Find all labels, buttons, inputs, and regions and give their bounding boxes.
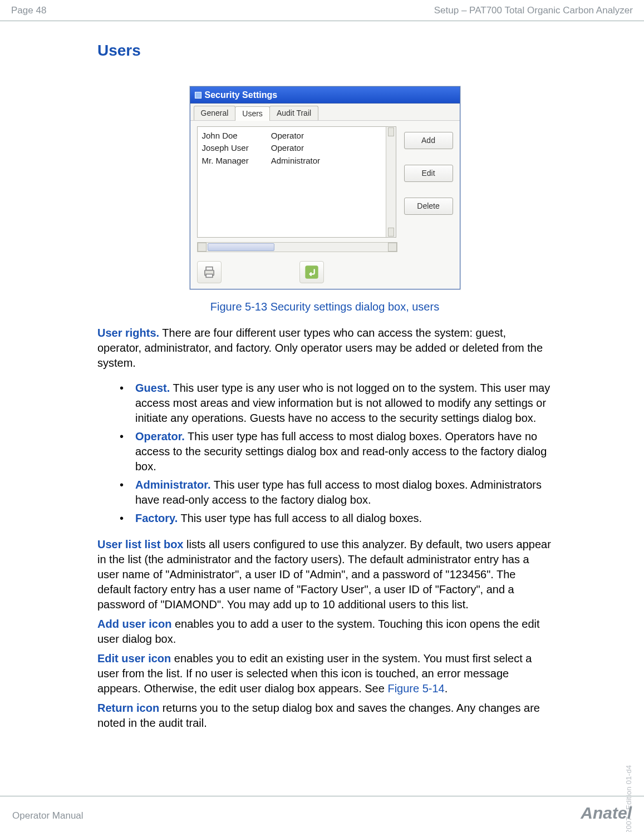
user-list-paragraph: User list list box lists all users confi… [97,537,552,612]
text: . [445,682,448,695]
list-item[interactable]: Mr. Manager [202,155,249,166]
page-header: Page 48 Setup – PAT700 Total Organic Car… [0,0,644,21]
content-area: Users Security Settings General Users Au… [0,21,644,731]
page-footer: Operator Manual Anatel [0,796,644,825]
user-name-column: John Doe Joseph User Mr. Manager [202,130,249,234]
edit-button[interactable]: Edit [404,165,453,182]
list-item: Administrator. This user type has full a… [120,477,552,508]
svg-rect-3 [305,266,318,279]
text: This user type has full access to all di… [178,512,422,524]
svg-rect-1 [206,267,213,270]
dialog-title: Security Settings [205,89,278,101]
term-factory: Factory. [135,512,178,524]
list-item[interactable]: John Doe [202,130,249,141]
brand: Anatel [581,802,632,825]
list-content: John Doe Joseph User Mr. Manager Operato… [198,127,386,237]
list-item: Guest. This user type is any user who is… [120,381,552,426]
section-heading: Users [97,40,552,61]
add-user-icon-paragraph: Add user icon enables you to add a user … [97,617,552,647]
svg-rect-2 [206,274,213,278]
return-icon[interactable] [299,261,324,283]
dialog-footer [190,258,460,289]
dialog-titlebar[interactable]: Security Settings [190,87,460,104]
term-guest: Guest. [135,382,170,394]
user-rights-paragraph: User rights. There are four different us… [97,326,552,371]
term-user-list: User list list box [97,538,184,550]
list-item: Operator [271,142,320,154]
list-item[interactable]: Joseph User [202,142,249,154]
text: This user type is any user who is not lo… [135,382,550,424]
return-icon-paragraph: Return icon returns you to the setup dia… [97,701,552,731]
list-item: Administrator [271,155,320,166]
scroll-left-icon[interactable] [198,243,207,252]
add-button[interactable]: Add [404,132,453,149]
user-types-list: Guest. This user type is any user who is… [97,375,552,533]
list-item: Factory. This user type has full access … [120,511,552,526]
printer-icon[interactable] [197,261,222,283]
scroll-right-icon[interactable] [388,243,397,252]
text: There are four different user types who … [97,327,543,369]
footer-left: Operator Manual [12,810,83,823]
button-column: Add Edit Delete [404,126,453,238]
window-icon [195,92,201,99]
scroll-thumb[interactable] [208,243,274,251]
list-item: Operator. This user type has full access… [120,429,552,474]
doc-title: Setup – PAT700 Total Organic Carbon Anal… [434,4,633,17]
term-operator: Operator. [135,430,185,442]
edit-user-icon-paragraph: Edit user icon enables you to edit an ex… [97,651,552,696]
term-return-icon: Return icon [97,702,159,714]
delete-button[interactable]: Delete [404,198,453,215]
page-number: Page 48 [11,4,46,17]
list-item: Operator [271,130,320,141]
tab-general[interactable]: General [194,106,236,120]
user-listbox[interactable]: John Doe Joseph User Mr. Manager Operato… [197,126,396,238]
body-text: User rights. There are four different us… [97,326,552,731]
text: returns you to the setup dialog box and … [97,702,540,729]
horizontal-scrollbar[interactable] [197,242,397,252]
tabs: General Users Audit Trail [190,104,460,121]
term-administrator: Administrator. [135,479,211,491]
text: This user type has full access to most d… [135,430,547,472]
figure-link[interactable]: Figure 5-14 [387,682,444,695]
figure-wrap: Security Settings General Users Audit Tr… [97,86,552,314]
term-add-user-icon: Add user icon [97,618,171,630]
user-role-column: Operator Operator Administrator [271,130,320,234]
tab-audit-trail[interactable]: Audit Trail [269,106,318,120]
tab-users[interactable]: Users [235,106,270,121]
term-edit-user-icon: Edit user icon [97,652,171,664]
vertical-scrollbar[interactable] [386,127,396,237]
term-user-rights: User rights. [97,327,159,339]
security-settings-dialog: Security Settings General Users Audit Tr… [190,86,460,289]
dialog-body: John Doe Joseph User Mr. Manager Operato… [190,121,460,242]
figure-caption: Figure 5-13 Security settings dialog box… [97,299,552,314]
